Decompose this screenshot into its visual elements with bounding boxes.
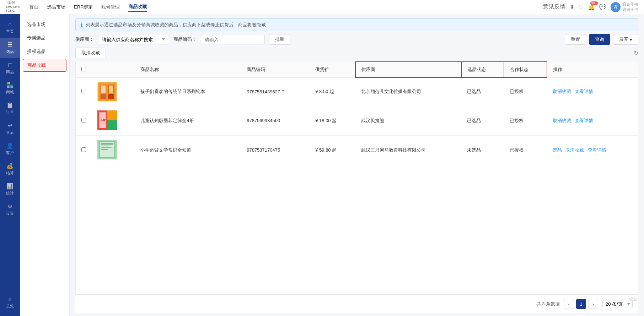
sub-sidebar: 选品市场 专属选品 授权选品 商品收藏 <box>20 14 70 316</box>
row1-product-img <box>97 82 117 102</box>
row2-cancel-collect[interactable]: 取消收藏 <box>553 118 571 123</box>
home-icon: ⌂ <box>8 21 12 28</box>
select-all-checkbox[interactable] <box>81 67 86 71</box>
feedback-btn[interactable]: 意见反馈 <box>543 3 565 11</box>
refresh-icon[interactable]: ↻ <box>634 50 638 56</box>
sidebar-item-select[interactable]: ☰ 选品 <box>0 38 20 58</box>
sidebar-label-select: 选品 <box>6 49 14 54</box>
aftersale-icon: ↩ <box>8 122 12 129</box>
next-page-btn[interactable]: › <box>588 299 598 309</box>
sidebar-item-customer[interactable]: 👤 客户 <box>0 139 20 159</box>
top-nav: 书链通 SHU LIAN TONG 首页 选品市场 ERP绑定 账号管理 商品收… <box>0 0 644 14</box>
th-selection-status: 选品状态 <box>461 62 504 77</box>
product-table: 商品名称 商品编码 供货价 供应商 选品状态 合作状态 操作 <box>76 61 638 165</box>
user-avatar-area[interactable]: 育 育链图书 育链图书 <box>611 2 638 12</box>
sidebar-item-order[interactable]: 📋 订单 <box>0 98 20 119</box>
query-btn[interactable]: 查询 <box>589 34 610 45</box>
sidebar-label-settings: 设置 <box>6 211 14 216</box>
overview-icon: ≡ <box>8 296 11 303</box>
th-price: 供货价 <box>310 62 355 77</box>
nav-erp[interactable]: ERP绑定 <box>74 2 93 12</box>
sidebar-label-customer: 客户 <box>6 150 14 156</box>
row1-view-detail[interactable]: 查看详情 <box>575 89 593 94</box>
sidebar-item-mall[interactable]: 🏪 商城 <box>0 78 20 98</box>
svg-rect-20 <box>101 147 112 148</box>
row1-checkbox[interactable] <box>81 89 86 93</box>
th-actions: 操作 <box>547 62 638 77</box>
supplier-select[interactable]: 请输入供应商名称并搜索 <box>98 35 169 44</box>
page-size-select[interactable]: 20 条/页 50 条/页 100 条/页 <box>602 300 633 308</box>
sidebar-item-overview[interactable]: ≡ 总览 <box>6 293 14 312</box>
batch-btn[interactable]: 批量 <box>269 34 290 45</box>
message-icon[interactable]: 💬 <box>599 4 606 10</box>
heart-icon[interactable]: ♡ <box>579 4 584 10</box>
finance-icon: 💰 <box>6 163 14 169</box>
reset-btn[interactable]: 重置 <box>565 34 586 45</box>
svg-rect-11 <box>107 120 117 130</box>
svg-rect-6 <box>101 94 106 98</box>
sidebar-item-stats[interactable]: 📊 统计 <box>0 179 20 200</box>
nav-market[interactable]: 选品市场 <box>47 2 65 12</box>
th-name: 商品名称 <box>135 62 241 77</box>
top-nav-menu: 首页 选品市场 ERP绑定 账号管理 商品收藏 <box>29 2 543 12</box>
cancel-collect-btn[interactable]: 取消收藏 <box>75 48 106 58</box>
row1-selection-status: 已选品 <box>461 77 504 106</box>
main-layout: ⌂ 首页 ☰ 选品 ◻ 商品 🏪 商城 📋 订单 ↩ 售后 👤 客户 💰 <box>0 14 644 316</box>
table-row: 儿童 儿童认知版墨菲定律全4册 9787569334500 ¥ 18.00 起 … <box>76 106 638 135</box>
row2-view-detail[interactable]: 查看详情 <box>575 118 593 123</box>
row3-checkbox[interactable] <box>81 147 86 152</box>
table-row: 小学必背文学常识全知道 9787537170475 ¥ 59.80 起 武汉三只… <box>76 135 638 165</box>
watermark: 埋点 <box>629 296 637 302</box>
row3-checkbox-cell <box>76 135 92 165</box>
svg-rect-10 <box>107 110 117 120</box>
sub-sidebar-authorized[interactable]: 授权选品 <box>20 45 69 58</box>
nav-account[interactable]: 账号管理 <box>101 2 120 12</box>
svg-rect-3 <box>101 85 106 92</box>
sub-sidebar-exclusive[interactable]: 专属选品 <box>20 31 69 45</box>
stats-icon: 📊 <box>6 183 14 190</box>
nav-home[interactable]: 首页 <box>29 2 38 12</box>
expand-btn[interactable]: 展开 ▾ <box>613 34 638 45</box>
user-name: 育链图书 <box>623 2 638 7</box>
sidebar-item-goods[interactable]: ◻ 商品 <box>0 58 20 78</box>
chevron-down-icon: ▾ <box>630 37 632 42</box>
download-icon[interactable]: ⬇ <box>570 4 574 10</box>
row2-actions: 取消收藏 查看详情 <box>547 106 638 135</box>
sub-sidebar-market[interactable]: 选品市场 <box>20 18 69 31</box>
page-1-btn[interactable]: 1 <box>576 299 586 309</box>
sidebar-item-settings[interactable]: ⚙ 设置 <box>0 200 20 220</box>
row3-select[interactable]: 选品 <box>553 147 562 153</box>
sidebar-item-home[interactable]: ⌂ 首页 <box>0 18 20 38</box>
code-input[interactable] <box>201 35 265 44</box>
pagination: ‹ 1 › <box>564 299 598 309</box>
svg-rect-5 <box>109 85 113 92</box>
sub-sidebar-collect[interactable]: 商品收藏 <box>23 59 66 72</box>
svg-rect-19 <box>101 146 110 146</box>
filter-actions: 重置 查询 展开 ▾ <box>565 34 638 45</box>
row3-view-detail[interactable]: 查看详情 <box>588 147 606 153</box>
sidebar-label-overview: 总览 <box>6 304 14 309</box>
nav-collect[interactable]: 商品收藏 <box>128 2 147 12</box>
row1-code: 9787551439527-T <box>241 77 310 106</box>
sidebar-item-aftersale[interactable]: ↩ 售后 <box>0 119 20 139</box>
row3-selection-status: 未选品 <box>461 135 504 165</box>
row1-actions: 取消收藏 查看详情 <box>547 77 638 106</box>
table-header: 商品名称 商品编码 供货价 供应商 选品状态 合作状态 操作 <box>76 62 638 77</box>
info-icon: ℹ <box>81 22 83 28</box>
th-supplier: 供应商 <box>355 62 462 77</box>
row1-coop-status: 已授权 <box>504 77 547 106</box>
row1-supplier: 北京翔范儿文化传媒有限公司 <box>355 77 462 106</box>
sidebar-item-finance[interactable]: 💰 结算 <box>0 159 20 179</box>
info-bar: ℹ 列表展示通过选品市场及分销商城收藏的商品，供应商下架或停止供货后，商品将被隐… <box>75 18 638 31</box>
filter-bar: 供应商： 请输入供应商名称并搜索 商品编码： 批量 重置 查询 展开 ▾ <box>70 34 644 48</box>
prev-page-btn[interactable]: ‹ <box>564 299 574 309</box>
row2-product-img: 儿童 <box>97 110 129 131</box>
user-sub: 育链图书 <box>623 7 638 12</box>
sidebar-label-home: 首页 <box>6 29 14 34</box>
row2-checkbox[interactable] <box>81 118 86 122</box>
row1-cancel-collect[interactable]: 取消收藏 <box>553 89 571 94</box>
row3-product-img <box>97 140 129 160</box>
row3-coop-status: 已授权 <box>504 135 547 165</box>
notification-icon[interactable]: 🔔 99+ <box>588 4 595 10</box>
row3-cancel-collect[interactable]: 取消收藏 <box>565 147 584 153</box>
